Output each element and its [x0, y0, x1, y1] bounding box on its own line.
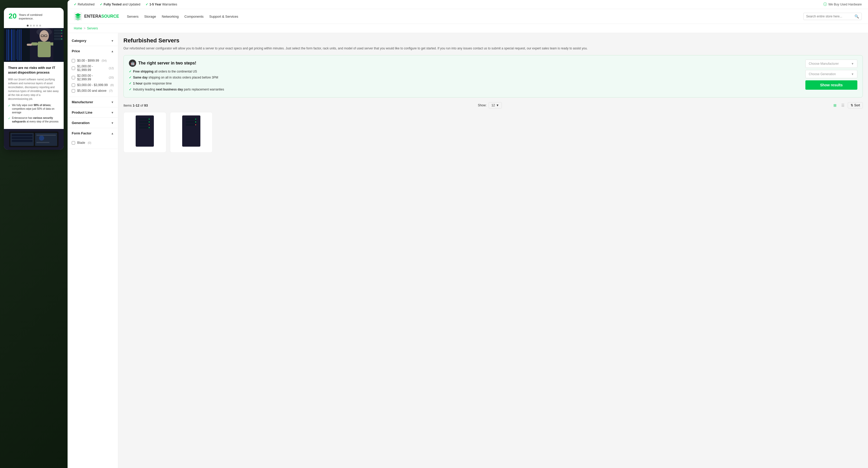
card-bottom-image [4, 129, 64, 150]
search-icon[interactable]: 🔍 [855, 14, 859, 19]
svg-rect-48 [139, 127, 150, 129]
logo[interactable]: ENTERASOURCE [74, 12, 119, 21]
grid-view-button[interactable]: ⊞ [832, 102, 838, 109]
price-checkbox-3[interactable] [72, 84, 75, 87]
price-checkbox-4[interactable] [72, 89, 75, 93]
filter-generation: Generation ▼ [68, 118, 118, 128]
generation-select[interactable]: Choose Generation ▼ [805, 70, 857, 78]
show-select[interactable]: 12 ▼ [489, 102, 502, 109]
years-number: 20 [8, 12, 17, 20]
breadcrumb-separator: > [84, 27, 86, 30]
filter-category-header[interactable]: Category ▼ [68, 36, 118, 46]
check-item-2: ✓ Enterasource has various security safe… [8, 116, 60, 123]
price-label-2: $2,000.00 - $2,999.99 [77, 74, 106, 81]
product-card-2[interactable] [170, 112, 213, 153]
form-factor-checkbox-blade[interactable] [72, 141, 75, 145]
price-option-3[interactable]: $3,000.00 - $3,999.99 (8) [72, 82, 114, 88]
breadcrumb-current[interactable]: Servers [87, 27, 98, 30]
svg-rect-54 [186, 118, 197, 120]
nav-link-networking[interactable]: Networking [162, 14, 179, 19]
card-title: There are no risks with our IT asset dis… [8, 65, 60, 75]
svg-point-50 [149, 121, 150, 122]
svg-point-51 [149, 124, 150, 125]
nav-support[interactable]: Support & Services [209, 14, 238, 19]
config-title-text: The right server in two steps! [138, 61, 196, 65]
nav-link-support[interactable]: Support & Services [209, 14, 238, 19]
filter-manufacturer-header[interactable]: Manufacturer ▼ [68, 97, 118, 107]
svg-rect-55 [186, 121, 197, 123]
form-factor-blade[interactable]: Blade (0) [72, 140, 114, 146]
config-right: Choose Manufacturer ▼ Choose Generation … [805, 60, 857, 90]
svg-rect-9 [18, 29, 19, 61]
items-of: of [140, 104, 144, 107]
topbar-label-refurbished: Refurbished [78, 3, 95, 6]
filter-generation-label: Generation [72, 121, 90, 125]
filter-form-factor-label: Form Factor [72, 131, 91, 135]
check-sameday: ✓ [129, 76, 131, 80]
price-checkbox-2[interactable] [72, 76, 75, 79]
config-features: ✓ Free shipping all orders to the contin… [129, 69, 800, 91]
nav-servers[interactable]: Servers [127, 14, 138, 19]
product-card-1[interactable] [123, 112, 166, 153]
nav-networking[interactable]: Networking [162, 14, 179, 19]
form-factor-count-blade: (0) [88, 141, 91, 144]
svg-rect-2 [6, 29, 7, 61]
page-title-section: Refurbished Servers Our refurbished serv… [123, 37, 863, 51]
check-shipping: ✓ [129, 69, 131, 74]
svg-rect-17 [31, 42, 38, 46]
price-checkbox-1[interactable] [72, 66, 75, 70]
right-panel: ✓ Refurbished ✓ Fully Tested and Updated… [68, 0, 868, 468]
svg-rect-46 [139, 121, 150, 123]
nav-link-servers[interactable]: Servers [127, 14, 138, 19]
breadcrumb-home[interactable]: Home [74, 27, 82, 30]
filter-product-line: Product Line ▼ [68, 107, 118, 118]
manufacturer-select[interactable]: Choose Manufacturer ▼ [805, 60, 857, 68]
price-checkbox-0[interactable] [72, 59, 75, 62]
price-option-0[interactable]: $0.00 - $999.99 (54) [72, 58, 114, 63]
feature-1hour-text: 1 hour quote response time [133, 81, 172, 86]
search-bar[interactable]: 🔍 [803, 13, 862, 20]
price-option-2[interactable]: $2,000.00 - $2,999.99 (20) [72, 73, 114, 82]
nav-storage[interactable]: Storage [144, 14, 156, 19]
nav-components[interactable]: Components [185, 14, 204, 19]
svg-point-57 [195, 119, 196, 120]
config-feature-1hour: ✓ 1 hour quote response time [129, 81, 800, 86]
topbar-item-warranty: ✓ 1-5 Year Warranties [146, 3, 177, 6]
left-panel: 20 Years of combinedexperience. [0, 0, 68, 468]
manufacturer-placeholder: Choose Manufacturer [809, 62, 839, 65]
bottom-svg [4, 129, 64, 150]
filter-price-header[interactable]: Price ▲ [68, 46, 118, 56]
nav-link-components[interactable]: Components [185, 14, 204, 19]
check-warranty: ✓ [146, 3, 148, 6]
show-results-button[interactable]: Show results [805, 80, 857, 90]
feature-shipping-text: Free shipping all orders to the continen… [133, 69, 197, 74]
filter-form-factor-header[interactable]: Form Factor ▲ [68, 128, 118, 138]
feature-sameday-text: Same day shipping on all in stocks order… [133, 76, 218, 80]
filter-generation-header[interactable]: Generation ▼ [68, 118, 118, 128]
svg-rect-45 [139, 118, 150, 120]
list-view-button[interactable]: ☰ [840, 102, 846, 109]
price-option-4[interactable]: $5,000.00 and above (7) [72, 88, 114, 94]
logo-icon [74, 12, 82, 21]
filter-category: Category ▼ [68, 36, 118, 46]
main-nav: Servers Storage Networking Components Su… [127, 14, 238, 19]
generation-placeholder: Choose Generation [809, 72, 836, 76]
feature-nextday-text: Industry leading next business day parts… [133, 87, 224, 92]
product-area: Refurbished Servers Our refurbished serv… [118, 33, 868, 468]
sort-button[interactable]: ⇅ Sort [848, 102, 863, 109]
filter-product-line-header[interactable]: Product Line ▼ [68, 107, 118, 118]
svg-point-28 [61, 38, 62, 39]
topbar-label-tested: Fully Tested and Updated [104, 3, 140, 6]
config-title: 🤖 The right server in two steps! [129, 60, 800, 67]
nav-link-storage[interactable]: Storage [144, 14, 156, 19]
price-option-1[interactable]: $1,000.00 - $1,999.99 (12) [72, 63, 114, 73]
filter-price: Price ▲ $0.00 - $999.99 (54) $1,000.00 -… [68, 46, 118, 97]
svg-rect-38 [36, 135, 56, 136]
topbar-item-refurbished: ✓ Refurbished [74, 3, 95, 6]
svg-rect-5 [11, 29, 12, 61]
svg-rect-7 [14, 29, 15, 61]
filter-product-line-label: Product Line [72, 111, 92, 114]
search-input[interactable] [806, 14, 853, 18]
filter-category-chevron: ▼ [111, 39, 114, 42]
product-image-2 [182, 115, 200, 147]
